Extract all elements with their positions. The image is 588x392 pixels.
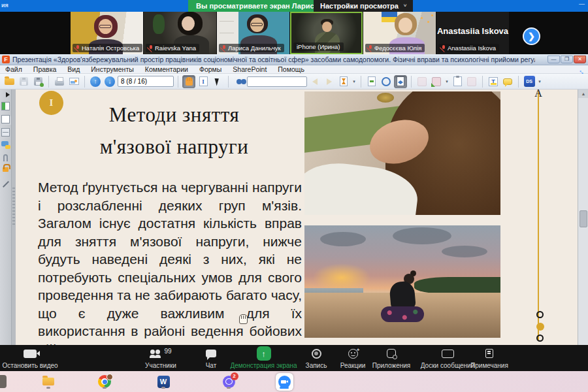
menu-forms[interactable]: Формы <box>199 65 221 74</box>
video-camera-icon <box>24 350 37 358</box>
chrome-button[interactable] <box>97 374 112 389</box>
open-button[interactable] <box>3 75 16 88</box>
video-tile[interactable]: Лариса Данильчук <box>217 12 289 54</box>
page-number-input[interactable] <box>118 76 174 87</box>
menu-help[interactable]: Помощь <box>278 65 304 74</box>
zoom-app-button[interactable] <box>274 374 294 389</box>
attachments-panel-button[interactable] <box>1 154 10 163</box>
reactions-button[interactable]: + Реакции <box>335 347 371 369</box>
chevron-down-icon: ˅ <box>404 0 407 12</box>
comments-panel-button[interactable] <box>1 141 10 150</box>
mic-muted-icon <box>149 45 153 51</box>
close-button[interactable]: ✕ <box>574 56 586 63</box>
next-page-button[interactable]: ↓ <box>103 75 116 88</box>
word-button[interactable]: W <box>155 374 171 389</box>
video-tile-camera-off[interactable]: Anastasiia Iskova Anastasiia Iskova <box>436 12 509 54</box>
relaxation-photo <box>304 91 500 215</box>
docusign-button[interactable]: DS <box>523 75 536 88</box>
previous-view-button[interactable] <box>308 75 321 88</box>
from-clipboard-button[interactable] <box>451 75 464 88</box>
actual-size-button[interactable] <box>365 75 378 88</box>
pdf-titlebar[interactable]: F Презентація «Здоров'язбережувальний пр… <box>0 54 588 65</box>
apps-button[interactable]: Приложения <box>368 347 415 369</box>
restore-button[interactable]: ❐ <box>561 56 573 63</box>
window-title: Презентація «Здоров'язбережувальний прос… <box>12 56 535 63</box>
taskbar-partial-icon[interactable] <box>0 374 8 389</box>
windows-taskbar: W 2 ˄ УКР <box>0 371 588 392</box>
minimize-button[interactable]: — <box>547 56 560 63</box>
select-annotation-button[interactable] <box>211 75 224 88</box>
convert-pdf-button[interactable] <box>430 75 443 88</box>
nav-dot-active <box>536 323 544 331</box>
chat-button[interactable]: Чат <box>194 347 228 369</box>
find-button[interactable] <box>233 75 246 88</box>
video-tile[interactable]: Raievska Yana <box>144 12 216 54</box>
dropdown-icon[interactable]: ▾ <box>351 79 357 84</box>
bookmarks-panel-button[interactable] <box>1 102 10 110</box>
snapshot-button[interactable] <box>67 75 80 88</box>
document-area: I Методи зняття м'язової напруги Метод ґ… <box>0 90 588 345</box>
menu-tools[interactable]: Инструменты <box>91 65 133 74</box>
menu-view[interactable]: Вид <box>67 65 80 74</box>
search-input[interactable] <box>247 76 307 87</box>
glasses <box>99 25 111 28</box>
hand-tool-button[interactable] <box>182 75 195 88</box>
vertical-scrollbar[interactable]: ▲ <box>578 90 588 345</box>
menu-file[interactable]: Файл <box>5 65 22 74</box>
viber-button[interactable]: 2 <box>221 374 237 389</box>
participants-count: 99 <box>164 348 171 355</box>
stop-video-button[interactable]: Остановить видео <box>0 347 76 369</box>
save-button[interactable] <box>17 75 30 88</box>
dropdown-icon[interactable]: ▾ <box>444 79 449 84</box>
fit-page-button[interactable] <box>380 75 393 88</box>
menu-sharepoint[interactable]: SharePoint <box>233 65 267 74</box>
nav-dot <box>536 335 544 342</box>
pdf-menubar: Файл Правка Вид Инструменты Комментарии … <box>0 65 588 74</box>
slide-title-line1: Методи зняття <box>61 99 287 131</box>
expand-panel-icon[interactable] <box>6 92 10 97</box>
record-icon <box>312 349 321 359</box>
page-transition-button[interactable] <box>337 75 350 88</box>
scrollbar-thumb[interactable] <box>580 210 587 227</box>
zoom-control-bar: Остановить видео ˄ 99 Участники ˄ Чат ˄ … <box>0 345 588 371</box>
participants-button[interactable]: 99 Участники <box>131 347 191 369</box>
menu-edit[interactable]: Правка <box>33 65 56 74</box>
view-settings-button[interactable]: Настройки просмотра ˅ <box>314 0 413 12</box>
hand-tool-icon <box>186 77 193 86</box>
minimize-icon[interactable]: — <box>579 1 585 7</box>
folder-icon <box>42 378 54 385</box>
screen-share-bar: ия Вы просматриваете экран Лариса Даниль… <box>0 0 588 12</box>
add-note-button[interactable] <box>501 75 514 88</box>
print-button[interactable] <box>53 75 66 88</box>
notification-badge: 2 <box>231 372 238 380</box>
panel-splitter[interactable] <box>12 188 15 227</box>
notes-button[interactable]: Примечания <box>461 347 517 369</box>
next-view-button[interactable] <box>323 75 336 88</box>
menu-comments[interactable]: Комментарии <box>145 65 188 74</box>
pages-panel-button[interactable] <box>1 115 10 123</box>
video-tile-speaking[interactable]: iPhone (Ирина) <box>290 12 363 54</box>
lock-icon <box>3 167 8 172</box>
comment-bubble-icon <box>503 78 512 85</box>
record-button[interactable]: Запись <box>299 347 333 369</box>
view-settings-label: Настройки просмотра <box>320 0 399 12</box>
layers-panel-button[interactable] <box>1 128 10 137</box>
signature-panel-button[interactable] <box>1 180 10 189</box>
save-as-button[interactable] <box>31 75 44 88</box>
video-tile[interactable]: Федосєєва Юлія <box>363 12 436 54</box>
security-panel-button[interactable] <box>1 167 10 176</box>
file-explorer-button[interactable] <box>41 374 56 389</box>
next-participants-button[interactable]: ❯ <box>523 27 540 45</box>
previous-page-button[interactable]: ↑ <box>89 75 102 88</box>
highlight-text-button[interactable]: T <box>487 75 500 88</box>
back-arrow-icon <box>312 78 318 85</box>
fit-width-button[interactable] <box>394 75 407 88</box>
create-pdf-button[interactable] <box>416 75 429 88</box>
clipboard-icon <box>453 76 462 86</box>
scroll-up-icon[interactable]: ▲ <box>578 90 588 98</box>
combine-pdf-button[interactable] <box>465 75 478 88</box>
select-text-button[interactable]: I <box>197 75 210 88</box>
share-screen-button[interactable]: ↑ Демонстрация экрана <box>226 347 301 369</box>
dropdown-icon[interactable]: ▾ <box>537 79 542 84</box>
video-tile[interactable]: Наталія Островська <box>71 12 143 54</box>
